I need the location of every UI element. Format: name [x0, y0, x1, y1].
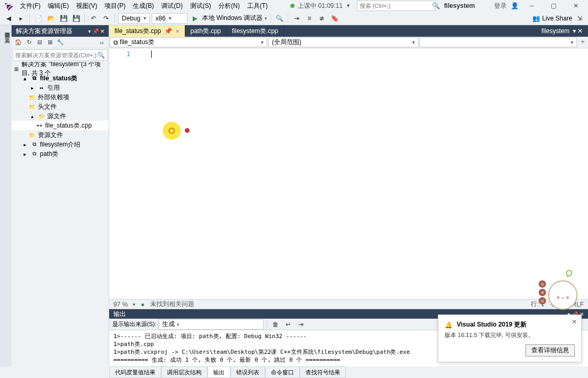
notif-close-icon[interactable]: ✕ — [572, 318, 577, 326]
sync-icon[interactable]: ↻ — [24, 38, 34, 47]
output-wrap-button[interactable]: ↵ — [283, 319, 293, 330]
code-area[interactable] — [135, 48, 588, 299]
btab-callhier[interactable]: 调用层次结构 — [161, 366, 207, 378]
recording-label: 上课中 01:09:11 — [298, 2, 343, 10]
project-filesystem-intro[interactable]: ▸⧉filesystem介绍 — [12, 140, 109, 149]
chevron-down-icon[interactable]: ▼ — [346, 3, 351, 8]
comment-button[interactable]: ≡ — [304, 13, 314, 24]
home-icon[interactable]: 🏠 — [14, 38, 23, 47]
save-all-button[interactable]: 💾 — [71, 13, 81, 24]
login-link[interactable]: 登录 — [494, 2, 507, 10]
quick-search[interactable]: 🔍 — [357, 1, 436, 11]
uncomment-button[interactable]: ≢ — [317, 13, 327, 24]
vs-logo — [1, 0, 14, 13]
start-debug-button[interactable]: ▶ — [190, 13, 200, 24]
properties-icon[interactable]: 🔧 — [56, 38, 65, 47]
view-code-icon[interactable]: ‹› — [97, 38, 107, 47]
dropdown-icon[interactable]: ▾ ✕ — [573, 27, 583, 35]
liveshare-label[interactable]: Live Share — [542, 15, 572, 22]
split-button[interactable]: ÷ — [578, 37, 588, 47]
maximize-button[interactable]: ▢ — [545, 0, 563, 12]
editor-tab-2[interactable]: path类.cpp — [185, 25, 227, 37]
source-node[interactable]: ▴📁源文件 — [12, 111, 109, 121]
undo-button[interactable]: ↶ — [88, 13, 99, 24]
close-tab-icon[interactable]: ✕ — [175, 28, 180, 34]
btab-errorlist[interactable]: 错误列表 — [230, 366, 265, 378]
pin-icon[interactable]: 📌 — [164, 27, 172, 35]
mascot[interactable]: ๑ ᴗ ๑ — [541, 273, 578, 310]
search-icon[interactable]: 🔍 — [97, 51, 105, 59]
editor-tab-3[interactable]: filesystem类.cpp — [227, 25, 284, 37]
menu-view[interactable]: 视图(V) — [73, 1, 100, 12]
explorer-search[interactable]: 🔍 — [13, 49, 108, 61]
btab-findsym[interactable]: 查找符号结果 — [300, 366, 346, 378]
minimize-button[interactable]: ─ — [523, 0, 541, 12]
menu-project[interactable]: 项目(P) — [101, 1, 129, 12]
update-notification: ✕ 🔔Visual Studio 2019 更新 版本 16.11.5 下载完毕… — [438, 314, 582, 362]
ref-icon: ▪▪ — [38, 85, 45, 91]
btab-output[interactable]: 输出 — [207, 366, 230, 378]
close-button[interactable]: ✕ — [567, 0, 585, 12]
config-combo[interactable]: Debug▼ — [118, 13, 150, 24]
btab-command[interactable]: 命令窗口 — [265, 366, 300, 378]
record-dot-icon — [290, 4, 295, 8]
editor-tab-1[interactable]: file_status类.cpp📌✕ — [109, 25, 185, 37]
headers-node[interactable]: 📁头文件 — [12, 102, 109, 111]
resources-node[interactable]: 📁资源文件 — [12, 130, 109, 140]
show-all-icon[interactable]: ⊞ — [45, 38, 55, 47]
notif-title: Visual Studio 2019 更新 — [457, 320, 527, 329]
project-icon: ⧉ — [30, 75, 38, 81]
menu-build[interactable]: 生成(B) — [130, 1, 157, 12]
scope-member-combo[interactable]: (全局范围)▾ — [268, 37, 418, 47]
zoom-level[interactable]: 97 % — [113, 301, 128, 308]
status-issues[interactable]: 未找到相关问题 — [150, 300, 194, 309]
save-button[interactable]: 💾 — [58, 13, 69, 24]
step-button[interactable]: ⇥ — [291, 13, 302, 24]
project-icon: ⧉ — [30, 151, 38, 157]
collapse-arrow-icon[interactable]: ▴ — [21, 76, 28, 81]
redo-button[interactable]: ↷ — [101, 13, 111, 24]
source-file-item[interactable]: ++file_status类.cpp — [12, 121, 109, 130]
scope-right-combo[interactable]: ▾ — [419, 37, 577, 47]
liveshare-more[interactable]: ⇲ — [574, 13, 585, 24]
output-clear-button[interactable]: 🗑 — [270, 319, 281, 330]
collapse-icon[interactable]: ⊟ — [35, 38, 44, 47]
user-icon[interactable]: 👤 — [511, 2, 519, 9]
folder-icon: 📁 — [38, 113, 45, 119]
run-label[interactable]: 本地 Windows 调试器 — [202, 14, 262, 23]
bookmark-button[interactable]: 🔖 — [329, 13, 340, 24]
menu-debug[interactable]: 调试(D) — [158, 1, 186, 12]
line-gutter: 1 — [109, 48, 135, 299]
back-button[interactable]: ◀ — [3, 13, 14, 24]
references-node[interactable]: ▸▪▪引用 — [12, 83, 109, 92]
menu-analyze[interactable]: 分析(N) — [215, 1, 243, 12]
collapse-arrow-icon[interactable]: ▴ — [28, 113, 36, 119]
project-path[interactable]: ▸⧉path类 — [12, 149, 109, 159]
notif-details-button[interactable]: 查看详细信息 — [526, 344, 575, 356]
output-source-combo[interactable]: 生成▾ — [159, 319, 264, 330]
new-file-button[interactable]: 📄 — [33, 13, 44, 24]
menu-edit[interactable]: 编辑(E) — [45, 1, 72, 12]
cpp-icon: ++ — [36, 123, 43, 129]
btab-metrics[interactable]: 代码度量值结果 — [109, 366, 161, 378]
quick-search-input[interactable] — [360, 3, 432, 9]
open-button[interactable]: 📂 — [46, 13, 56, 24]
explorer-search-input[interactable] — [15, 52, 97, 58]
left-tool-rail[interactable]: 服务器资源管理器 工具箱 — [0, 25, 12, 366]
platform-combo[interactable]: x86▼ — [152, 13, 187, 24]
forward-button[interactable]: ▸ — [16, 13, 26, 24]
explorer-pin-icon[interactable]: ▾ 📌 ✕ — [88, 28, 104, 34]
menu-file[interactable]: 文件(F) — [17, 1, 44, 12]
scope-class-combo[interactable]: ⧉ file_status类▾ — [110, 37, 267, 47]
menu-test[interactable]: 测试(S) — [187, 1, 214, 12]
menu-tools[interactable]: 工具(T) — [244, 1, 271, 12]
editor-tab-right[interactable]: filesystem▾ ✕ — [536, 25, 588, 37]
output-next-button[interactable]: ⇥ — [296, 319, 306, 330]
search-icon[interactable]: 🔍 — [432, 2, 440, 9]
external-deps-node[interactable]: 📁外部依赖项 — [12, 92, 109, 102]
solution-node[interactable]: ⊞解决方案 "filesystem"(3 个项目, 共 3 个 — [12, 64, 109, 74]
find-button[interactable]: 🔍 — [274, 13, 285, 24]
bell-icon: 🔔 — [445, 321, 453, 329]
recording-indicator[interactable]: 上课中 01:09:11 ▼ — [290, 2, 351, 10]
liveshare-icon[interactable]: 👥 — [532, 15, 540, 22]
